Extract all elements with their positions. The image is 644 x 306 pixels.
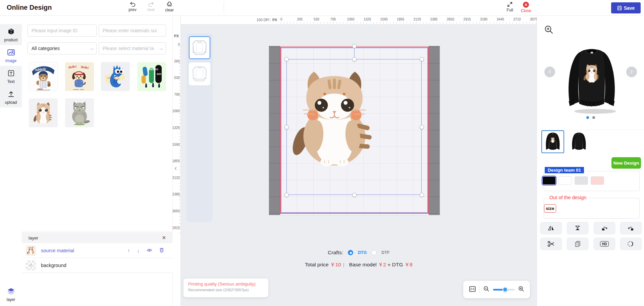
save-button[interactable]: Save [611,2,641,13]
grey-cat-image [67,100,92,126]
toolbar-divider [479,286,480,293]
page-thumb-back[interactable] [189,62,210,85]
header-bar: Online Design prev next clear Full ✕ Clo… [0,0,644,16]
tool-hd[interactable]: HD [593,237,615,250]
next-button[interactable]: next [142,2,160,12]
color-swatch-black[interactable] [542,176,556,185]
v-ruler-tick-label: 265 [174,59,180,63]
preview-panel: ‹ › New Design Design team 01 Out of the… [537,16,644,306]
preview-thumb-back[interactable] [568,130,590,153]
move-up-icon[interactable]: ↑ [127,248,130,253]
preview-zoom-icon[interactable] [544,25,553,35]
color-swatch-white[interactable] [558,176,572,185]
layer-row-source-material[interactable]: source material ↑ ↓ [22,243,173,258]
design-team-label: Design team 01 [545,167,584,173]
zoom-slider[interactable] [493,289,515,291]
carousel-dots [537,116,644,119]
product-caption: Large size Crew Neck Sweatshirt front [181,220,537,260]
resize-handle-w[interactable] [284,125,289,129]
color-swatches [542,176,604,185]
category-select[interactable]: All categories [28,42,97,54]
zoom-slider-knob[interactable] [502,287,508,292]
v-ruler-tick-label: 795 [174,93,180,96]
v-ruler-tick-label: 2120 [172,176,180,180]
sidebar-item-product[interactable]: product [0,24,22,45]
blue-character-image [101,62,130,91]
collapse-panel-chevron[interactable]: ‹ [173,165,178,172]
hello-dog-image [65,62,94,91]
visibility-eye-icon[interactable] [147,248,152,253]
preview-thumb-front[interactable] [541,130,564,153]
tool-flip-horizontal[interactable] [540,222,562,234]
size-warning-chip[interactable]: size [544,204,556,213]
material-thumb-grey-cat[interactable] [65,98,94,127]
resize-handle-n[interactable] [352,57,357,61]
material-thumb-hello-dog[interactable] [65,62,94,91]
tool-remove-background[interactable] [620,237,642,250]
material-thumb-keep-to-do[interactable] [137,62,166,91]
sidebar-item-upload[interactable]: upload [0,87,22,107]
h-ruler-tick-label: 2385 [430,17,437,21]
carousel-dot-1[interactable] [586,116,589,119]
tool-flip-vertical[interactable] [567,222,589,234]
close-button[interactable]: ✕ Close [517,2,535,13]
page-thumb-front[interactable] [189,36,210,59]
material-tag-select[interactable]: Please select material ta [99,42,166,54]
sidebar-item-image[interactable]: Image [0,45,22,66]
craft-price: ￥8 [405,262,413,267]
v-ruler-tick-label: 1060 [172,109,180,113]
material-thumb-cream-cat[interactable] [29,98,58,127]
image-id-input[interactable] [28,25,97,37]
carousel-next-arrow[interactable]: › [626,67,637,77]
rotate-right-icon [628,225,634,231]
sweatshirt-preview-image[interactable] [564,44,620,115]
fullscreen-button[interactable]: Full [501,2,519,12]
sidebar-item-text[interactable]: Text [0,66,22,87]
layer-panel: layer ✕ source material ↑ ↓ background [22,232,173,273]
resize-handle-s[interactable] [352,193,357,197]
v-ruler-tick-label: 1325 [172,126,180,130]
page-title: Online Design [7,4,52,11]
h-ruler-tick-label: 3180 [480,17,487,21]
carousel-prev-arrow[interactable]: ‹ [544,67,555,77]
clear-button[interactable]: clear [161,2,178,12]
resize-handle-ne[interactable] [420,57,424,61]
horizontal-ruler: 100 DPI PX 02655307951060132515901855212… [181,16,537,25]
keep-to-do-image [137,62,166,91]
rotation-handle[interactable] [352,44,357,48]
tool-rotate-right[interactable] [620,222,642,234]
material-thumb-blue-character[interactable] [101,62,130,91]
tool-rotate-left[interactable] [593,222,615,234]
color-swatch-pink[interactable] [591,176,604,185]
delete-trash-icon[interactable] [159,248,164,254]
carousel-dot-2[interactable] [592,116,595,119]
recommended-size: Recommended size (2362*2657px) [188,288,264,292]
resize-handle-sw[interactable] [284,193,289,197]
fit-canvas-icon[interactable] [469,286,476,293]
print-board[interactable] [269,46,440,215]
prev-button[interactable]: prev [124,2,141,12]
materials-search-input[interactable] [99,25,166,37]
flip-vertical-icon [574,225,581,231]
new-design-button[interactable]: New Design [611,157,641,169]
sweatshirt-front-thumb [543,131,562,152]
color-swatch-grey[interactable] [575,176,588,185]
sidebar-item-layer[interactable]: layer [0,284,22,305]
brush-icon [166,2,172,7]
tool-copy[interactable] [567,237,589,250]
layer-thumb-background [26,260,36,270]
resize-handle-se[interactable] [420,193,424,197]
printing-quality-title: Printing quality (Serious ambiguity) [188,281,264,287]
layer-row-background[interactable]: background [22,258,173,273]
material-thumb-athletic-teddy[interactable] [29,62,58,91]
page-thumbnails-strip [186,34,213,222]
tool-crop[interactable] [540,237,562,250]
resize-handle-e[interactable] [420,125,424,129]
layer-panel-close-icon[interactable]: ✕ [162,235,166,241]
move-down-icon[interactable]: ↓ [137,248,140,253]
zoom-in-icon[interactable] [518,286,524,293]
materials-panel: All categories Please select material ta… [22,16,173,306]
zoom-out-icon[interactable] [483,286,489,293]
selection-box[interactable] [286,59,422,195]
resize-handle-nw[interactable] [284,57,289,61]
